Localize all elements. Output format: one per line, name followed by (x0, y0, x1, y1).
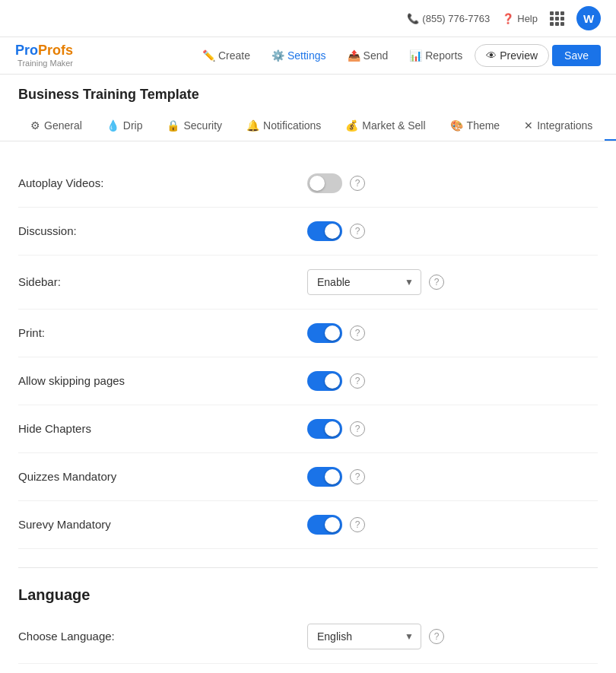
quizzes-toggle[interactable] (307, 467, 342, 487)
tab-drip-label: Drip (123, 119, 143, 132)
theme-tab-icon: 🎨 (450, 119, 463, 132)
discussion-control: ? (307, 221, 365, 241)
tab-notifications-label: Notifications (263, 119, 321, 132)
language-section: Language Choose Language: English Spanis… (18, 586, 598, 664)
reports-icon: 📊 (409, 49, 422, 62)
nav-links: ✏️ Create ⚙️ Settings 📤 Send 📊 Reports 👁… (193, 44, 601, 67)
setting-row-sidebar: Sidebar: Enable Disable ▼ ? (18, 256, 598, 310)
survey-control: ? (307, 515, 365, 535)
survey-toggle[interactable] (307, 515, 342, 535)
tab-integrations[interactable]: ✕ Integrations (512, 112, 605, 141)
tab-market-sell-label: Market & Sell (362, 119, 425, 132)
skip-toggle[interactable] (307, 371, 342, 391)
autoplay-help-icon[interactable]: ? (350, 176, 365, 191)
language-help-icon[interactable]: ? (429, 629, 444, 644)
tab-notifications[interactable]: 🔔 Notifications (234, 112, 333, 141)
hide-chapters-toggle[interactable] (307, 419, 342, 439)
phone-icon: 📞 (407, 13, 419, 24)
save-button[interactable]: Save (552, 45, 601, 66)
phone-number: (855) 776-7763 (422, 13, 490, 24)
hide-chapters-thumb (325, 421, 340, 436)
survey-help-icon[interactable]: ? (350, 517, 365, 532)
skip-label: Allow skipping pages (18, 374, 307, 387)
integrations-tab-icon: ✕ (524, 119, 533, 132)
settings-section: Autoplay Videos: ? Discussion: ? (18, 160, 598, 549)
nav-reports-label: Reports (425, 49, 462, 62)
phone-contact[interactable]: 📞 (855) 776-7763 (407, 13, 490, 24)
discussion-help-icon[interactable]: ? (350, 224, 365, 239)
nav-bar: ProProfs Training Maker ✏️ Create ⚙️ Set… (0, 37, 616, 75)
logo: ProProfs Training Maker (15, 43, 73, 68)
nav-send[interactable]: 📤 Send (338, 45, 398, 66)
language-control: English Spanish French German Portuguese… (307, 624, 444, 649)
nav-reports[interactable]: 📊 Reports (400, 45, 472, 66)
preview-label: Preview (500, 49, 538, 62)
top-bar: 📞 (855) 776-7763 ❓ Help W (0, 0, 616, 37)
print-track (307, 323, 342, 343)
apps-grid-icon[interactable] (550, 11, 564, 26)
help-link[interactable]: ❓ Help (502, 13, 538, 24)
setting-row-hide-chapters: Hide Chapters ? (18, 405, 598, 453)
hide-chapters-track (307, 419, 342, 439)
print-label: Print: (18, 326, 307, 339)
nav-settings[interactable]: ⚙️ Settings (262, 45, 335, 66)
autoplay-toggle[interactable] (307, 173, 342, 193)
print-help-icon[interactable]: ? (350, 325, 365, 341)
nav-create[interactable]: ✏️ Create (193, 45, 259, 66)
tab-theme[interactable]: 🎨 Theme (438, 112, 513, 141)
skip-track (307, 371, 342, 391)
nav-create-label: Create (218, 49, 250, 62)
skip-help-icon[interactable]: ? (350, 373, 365, 389)
skip-thumb (325, 373, 340, 389)
tab-drip[interactable]: 💧 Drip (94, 112, 155, 141)
logo-profs: Profs (38, 43, 73, 58)
hide-chapters-label: Hide Chapters (18, 422, 307, 435)
preview-icon: 👁 (486, 49, 497, 62)
tab-integrations-label: Integrations (537, 119, 592, 132)
language-select[interactable]: English Spanish French German Portuguese (307, 624, 421, 649)
language-select-wrapper: English Spanish French German Portuguese… (307, 624, 421, 649)
print-toggle[interactable] (307, 323, 342, 343)
avatar[interactable]: W (576, 6, 601, 30)
tab-theme-label: Theme (467, 119, 500, 132)
quizzes-control: ? (307, 467, 365, 487)
quizzes-label: Quizzes Mandatory (18, 470, 307, 483)
tab-security[interactable]: 🔒 Security (154, 112, 234, 141)
settings-icon: ⚙️ (271, 49, 284, 62)
help-circle-icon: ❓ (502, 13, 514, 24)
section-divider (18, 567, 598, 568)
tab-general[interactable]: ⚙ General (18, 112, 94, 141)
sidebar-select-wrapper: Enable Disable ▼ (307, 269, 421, 295)
tabs: ⚙ General 💧 Drip 🔒 Security 🔔 Notificati… (0, 112, 616, 141)
setting-row-skip: Allow skipping pages ? (18, 357, 598, 405)
discussion-toggle[interactable] (307, 221, 342, 241)
autoplay-control: ? (307, 173, 365, 193)
logo-subtitle: Training Maker (15, 59, 73, 68)
quizzes-help-icon[interactable]: ? (350, 469, 365, 484)
tab-market-sell[interactable]: 💰 Market & Sell (333, 112, 437, 141)
hide-chapters-help-icon[interactable]: ? (350, 421, 365, 436)
sidebar-control: Enable Disable ▼ ? (307, 269, 444, 295)
print-control: ? (307, 323, 365, 343)
setting-row-quizzes: Quizzes Mandatory ? (18, 453, 598, 501)
sidebar-select[interactable]: Enable Disable (307, 269, 421, 295)
tab-general-label: General (44, 119, 82, 132)
nav-send-label: Send (364, 49, 389, 62)
hide-chapters-control: ? (307, 419, 365, 439)
autoplay-label: Autoplay Videos: (18, 176, 307, 189)
content-area: Autoplay Videos: ? Discussion: ? (0, 141, 616, 673)
print-thumb (325, 325, 340, 341)
discussion-track (307, 221, 342, 241)
quizzes-track (307, 467, 342, 487)
nav-settings-label: Settings (287, 49, 326, 62)
sidebar-help-icon[interactable]: ? (429, 275, 444, 290)
market-tab-icon: 💰 (345, 119, 358, 132)
survey-label: Surevy Mandatory (18, 518, 307, 531)
sidebar-label: Sidebar: (18, 275, 307, 288)
preview-button[interactable]: 👁 Preview (475, 44, 549, 67)
tab-advanced[interactable]: ⚙ Advanced (605, 112, 616, 141)
drip-tab-icon: 💧 (106, 119, 119, 132)
security-tab-icon: 🔒 (167, 119, 179, 132)
tab-security-label: Security (183, 119, 222, 132)
autoplay-thumb (310, 176, 325, 191)
